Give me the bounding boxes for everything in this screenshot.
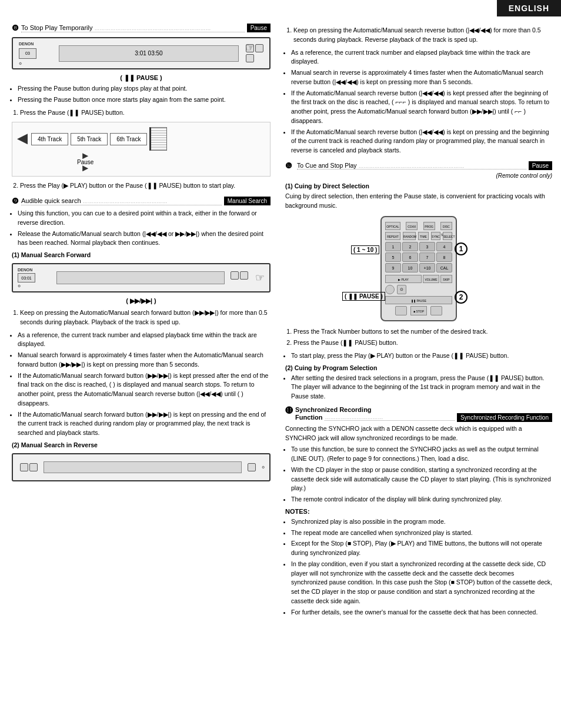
ff-bullet-list: As a reference, the current track number… <box>18 331 271 438</box>
remote-num-2[interactable]: 2 <box>402 242 418 251</box>
pause-steps: Press the Pause (❚❚ PAUSE) button. <box>12 108 271 118</box>
pause-bullet-list: Pressing the Pause button during play st… <box>18 84 271 105</box>
sync-title-line2: Function <box>295 414 322 421</box>
settings-icon-rev: ⚙ <box>262 465 265 469</box>
remote-num-10[interactable]: 10 <box>402 263 418 272</box>
remote-repeat-btn[interactable]: REPEAT <box>385 232 400 240</box>
remote-btn-left[interactable] <box>395 306 407 315</box>
remote-icons-row: ⊙ <box>385 285 452 294</box>
ff-btn-1[interactable] <box>231 271 239 280</box>
sync-bullet-c: The remote control indicator of the disp… <box>291 495 552 504</box>
reverse-bullet-c: If the Automatic/Manual search reverse b… <box>291 89 552 126</box>
settings-icon-ff: ⚙ <box>18 284 53 288</box>
device-display-rev: ⚙ <box>12 453 271 481</box>
remote-prog-btn[interactable]: PROG <box>423 222 435 230</box>
remote-disc-select-btn[interactable]: DISC SELECT <box>440 222 452 230</box>
remote-num-6[interactable]: 6 <box>402 252 418 262</box>
cue-step-2: Press the Pause (❚❚ PAUSE) button. <box>293 338 552 348</box>
remote-num-cal[interactable]: CAL <box>436 263 452 272</box>
page: ENGLISH ❽ To Stop Play Temporarily ……………… <box>0 0 561 728</box>
section10-badge: Pause <box>529 161 552 170</box>
section10-title: To Cue and Stop Play …………………………………………………… <box>297 162 526 169</box>
remote-num-4[interactable]: 4 <box>436 242 452 251</box>
reverse-bullet-list: As a reference, the current track number… <box>291 48 552 155</box>
cuing-program-list: After setting the desired track selectio… <box>291 374 552 401</box>
remote-btn-right[interactable] <box>430 306 442 315</box>
ff-btn-2[interactable] <box>240 271 248 280</box>
sync-intro: Connecting the SYNCHRO jack with a DENON… <box>285 424 552 443</box>
note-2: The repeat mode are cancelled when synch… <box>291 528 552 538</box>
rev-btn-1[interactable] <box>20 463 28 471</box>
note-5: For further details, see the owner's man… <box>291 608 552 617</box>
remote-stop-row: ■ STOP <box>385 306 452 315</box>
pause-step-1: Press the Pause (❚❚ PAUSE) button. <box>20 108 271 118</box>
remote-play-btn[interactable]: ▶ PLAY <box>385 275 422 283</box>
rev-display-left-btns <box>20 463 38 471</box>
remote-num-9[interactable]: 9 <box>385 263 401 272</box>
sync-function-row: Function …………………………… Synchronized Record… <box>295 413 552 422</box>
reverse-step-1: Keep on pressing the Automatic/Manual se… <box>293 26 552 45</box>
time-display: 3:01 03:50 <box>59 45 239 62</box>
cue-step-1: Press the Track Number buttons to set th… <box>293 327 552 337</box>
ff-label: ( ▶▶/▶▶| ) <box>12 297 271 305</box>
finger-icon: ☞ <box>245 41 255 54</box>
remote-numpad: 1 2 3 4 5 6 7 8 9 10 +10 CAL <box>385 242 452 272</box>
remote-optical-btn[interactable]: OPTICAL <box>385 222 400 230</box>
track-5-box: 5th Track <box>71 133 108 145</box>
remote-volume-btn[interactable]: VOLUME <box>423 275 439 283</box>
rev-display-screen <box>44 461 242 473</box>
remote-num-7[interactable]: 7 <box>419 252 435 262</box>
pause-label-main: ( ❚❚ PAUSE ) <box>12 74 271 82</box>
remote-num-8[interactable]: 8 <box>436 252 452 262</box>
cuing-program-title: (2) Cuing by Program Selection <box>285 364 552 371</box>
device-display-ff: DENON 03:01 ⚙ ☞ <box>12 263 271 292</box>
pause-step-2-list: Press the Play (▶ PLAY) button or the Pa… <box>12 181 271 191</box>
transport-btn-2[interactable] <box>255 44 263 52</box>
remote-stop-btn[interactable]: ■ STOP <box>410 306 427 315</box>
waveform-display <box>149 127 167 151</box>
section9-header: ❾ Audible quick search ………………………………………… … <box>12 197 271 205</box>
remote-pause-btn[interactable]: ❚❚ PAUSE <box>385 296 452 304</box>
sync-bullet-b: With the CD player in the stop or pause … <box>291 466 552 493</box>
note-4: In the play condition, even if you start… <box>291 560 552 606</box>
pause-bullet-2: Pressing the Pause button once more star… <box>18 95 271 105</box>
reverse-bullet-b: Manual search in reverse is approximatel… <box>291 68 552 87</box>
rev-right-btns <box>248 463 256 471</box>
remote-pause-row: ❚❚ PAUSE <box>385 296 452 304</box>
section11-header: ⓫ Synchronized Recording Function ………………… <box>285 406 552 422</box>
reverse-bullet-a: As a reference, the current track number… <box>291 48 552 67</box>
manual-search-forward-title: (1) Manual Search Forward <box>12 251 271 258</box>
cue-steps: Press the Track Number buttons to set th… <box>285 327 552 348</box>
remote-coax-btn[interactable]: COAX <box>406 222 418 230</box>
left-column: ❽ To Stop Play Temporarily …………………………………… <box>0 18 279 626</box>
sync-dots: …………………………… <box>325 414 454 421</box>
remote-circle-btn-2[interactable]: ⊙ <box>397 285 406 294</box>
remote-num-3[interactable]: 3 <box>419 242 435 251</box>
content-area: ❽ To Stop Play Temporarily …………………………………… <box>0 0 561 626</box>
remote-select-btn[interactable]: SELECT <box>443 232 452 240</box>
transport-btn-3[interactable] <box>246 54 254 62</box>
remote-circle-btn-1[interactable] <box>385 285 395 294</box>
remote-middle-row: ▶ PLAY VOLUME SKIP <box>385 275 452 283</box>
cuing-direct-title: (1) Cuing by Direct Selection <box>285 182 552 190</box>
language-header: ENGLISH <box>497 0 561 16</box>
remote-num-1[interactable]: 1 <box>385 242 401 251</box>
ff-bullet-b: Manual search forward is approximately 4… <box>18 351 271 370</box>
settings-icon: ⚙ <box>19 61 54 65</box>
section8-badge: Pause <box>247 24 271 32</box>
remote-sync-btn[interactable]: SYNC <box>431 232 440 240</box>
remote-time-btn[interactable]: TIME <box>418 232 429 240</box>
rev-btn-3[interactable] <box>248 463 256 471</box>
pause-step-2: Press the Play (▶ PLAY) button or the Pa… <box>20 181 271 191</box>
rev-btn-2[interactable] <box>29 463 38 471</box>
sync-bullet-list: To use this function, be sure to connect… <box>291 445 552 504</box>
search-bullet-1: Using this function, you can cue to a de… <box>18 209 271 228</box>
remote-num-5[interactable]: 5 <box>385 252 401 262</box>
track-display-ff: 03:01 <box>18 273 35 282</box>
device-brand-ff: DENON <box>18 268 53 272</box>
remote-skip-btn[interactable]: SKIP <box>440 275 452 283</box>
remote-random-btn[interactable]: RANDOM <box>403 232 416 240</box>
remote-num-plus10[interactable]: +10 <box>419 263 435 272</box>
remote-circle-label-2: 2 <box>455 291 468 304</box>
ff-step-1: Keep on pressing the Automatic/Manual se… <box>20 308 271 327</box>
